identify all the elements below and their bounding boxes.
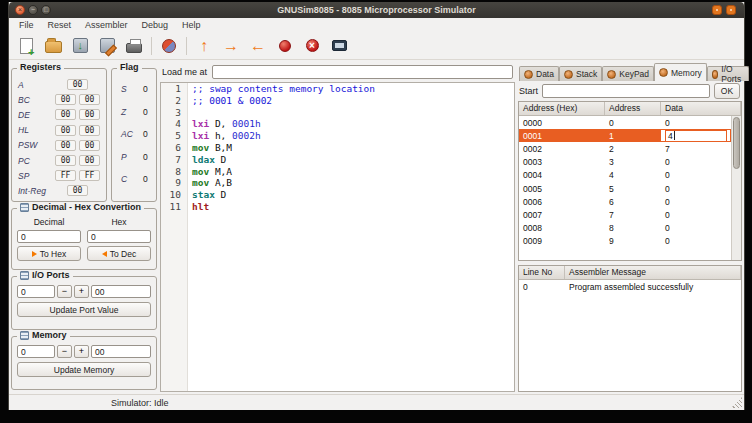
header-line-no[interactable]: Line No (519, 266, 565, 279)
register-value[interactable]: 00 (67, 79, 88, 90)
update-port-value-button[interactable]: Update Port Value (17, 302, 151, 317)
memory-data-edit-input[interactable]: 4 (665, 130, 727, 142)
memory-row[interactable]: 000114 (519, 129, 731, 142)
tab-stack[interactable]: Stack (559, 66, 602, 81)
window-title: GNUSim8085 - 8085 Microprocessor Simulat… (9, 5, 744, 15)
memory-row[interactable]: 000990 (519, 235, 731, 248)
memory-row[interactable]: 000770 (519, 208, 731, 221)
memory-table-scrollbar-thumb[interactable] (733, 117, 740, 169)
decimal-input[interactable]: 0 (17, 230, 81, 243)
i-o-ports-tab-icon (712, 70, 719, 79)
register-value[interactable]: FF (55, 170, 76, 181)
print-button[interactable] (121, 34, 147, 58)
register-value[interactable]: 00 (55, 155, 76, 166)
memory-increment-button[interactable]: + (74, 345, 89, 358)
register-value[interactable]: 00 (55, 94, 76, 105)
step-forward-button[interactable] (218, 34, 244, 58)
port-address-input[interactable]: 0 (17, 285, 55, 298)
toggle-breakpoint-button[interactable] (272, 34, 298, 58)
menu-item-help[interactable]: Help (175, 19, 208, 31)
tray-icon-1[interactable] (712, 5, 722, 15)
port-value-input[interactable]: 00 (91, 285, 151, 298)
run-button[interactable] (191, 34, 217, 58)
register-value[interactable]: 00 (79, 125, 100, 136)
menu-item-assembler[interactable]: Assembler (78, 19, 135, 31)
header-data[interactable]: Data (661, 102, 741, 115)
window-maximize-button[interactable]: □ (41, 5, 51, 15)
hex-input[interactable]: 0 (87, 230, 151, 243)
register-value[interactable]: 00 (55, 109, 76, 120)
register-value[interactable]: 00 (79, 155, 100, 166)
code-editor[interactable]: 1;; swap contents memory location2;; 000… (160, 82, 515, 392)
port-increment-button[interactable]: + (74, 285, 89, 298)
show-keypad-button[interactable] (326, 34, 352, 58)
assemble-button[interactable] (156, 34, 182, 58)
new-file-button[interactable] (13, 34, 39, 58)
tab-data[interactable]: Data (519, 66, 559, 81)
menu-item-reset[interactable]: Reset (41, 19, 79, 31)
tab-keypad[interactable]: KeyPad (602, 66, 654, 81)
assembler-message-row[interactable]: 0Program assembled successfully (519, 280, 741, 293)
code-text: ;; 0001 & 0002 (187, 95, 272, 107)
open-file-button[interactable] (40, 34, 66, 58)
menu-item-debug[interactable]: Debug (135, 19, 176, 31)
code-segment: mov (192, 166, 209, 177)
header-assembler-message[interactable]: Assembler Message (565, 266, 741, 279)
register-value[interactable]: 00 (79, 140, 100, 151)
memory-row[interactable]: 000330 (519, 156, 731, 169)
code-segment: B,M (209, 142, 232, 153)
memory-value-input[interactable]: 00 (91, 345, 151, 358)
memory-row[interactable]: 000880 (519, 222, 731, 235)
memory-row[interactable]: 000550 (519, 182, 731, 195)
port-decrement-button[interactable]: − (57, 285, 72, 298)
header-address[interactable]: Address (605, 102, 661, 115)
memory-table-scrollbar[interactable] (731, 116, 741, 260)
header-address-hex[interactable]: Address (Hex) (519, 102, 605, 115)
save-as-button[interactable] (94, 34, 120, 58)
memory-decrement-button[interactable]: − (57, 345, 72, 358)
memory-tab-icon (659, 68, 668, 77)
window-minimize-button[interactable]: − (28, 5, 38, 15)
update-memory-button[interactable]: Update Memory (17, 362, 151, 377)
editor-panel: Load me at 1;; swap contents memory loca… (160, 62, 515, 392)
register-name: PSW (16, 140, 53, 150)
start-address-input[interactable] (542, 84, 710, 98)
memory-cell-address: 3 (605, 156, 661, 169)
memory-address-input[interactable]: 0 (17, 345, 55, 358)
clear-breakpoints-button[interactable] (299, 34, 325, 58)
register-value[interactable]: 00 (79, 94, 100, 105)
to-hex-button[interactable]: To Hex (17, 246, 81, 261)
code-segment: mov (192, 142, 209, 153)
save-file-button[interactable] (67, 34, 93, 58)
step-back-button[interactable] (245, 34, 271, 58)
register-value[interactable]: 00 (55, 125, 76, 136)
memory-row[interactable]: 000660 (519, 195, 731, 208)
register-value[interactable]: 00 (67, 185, 88, 196)
register-row: PC0000 (16, 153, 102, 168)
memory-tool-frame: Memory 0 − + 00 Update Memory (11, 336, 157, 390)
menu-item-file[interactable]: File (12, 19, 41, 31)
register-value[interactable]: 00 (79, 109, 100, 120)
resize-grip[interactable] (731, 397, 742, 408)
to-dec-button[interactable]: To Dec (87, 246, 151, 261)
memory-row[interactable]: 000000 (519, 116, 731, 129)
tray-icon-2[interactable] (726, 5, 736, 15)
registers-frame: Registers A00BC0000DE0000HL0000PSW0000PC… (11, 68, 107, 202)
load-me-at-input[interactable] (212, 65, 513, 79)
register-values: 0000 (53, 140, 102, 151)
memory-row[interactable]: 000440 (519, 169, 731, 182)
message-line-no: 0 (519, 280, 565, 293)
titlebar: × − □ GNUSim8085 - 8085 Microprocessor S… (9, 2, 744, 18)
flag-frame-label: Flag (117, 62, 142, 72)
register-value[interactable]: 00 (55, 140, 76, 151)
register-value[interactable]: FF (79, 170, 100, 181)
flag-title: Flag (120, 62, 139, 72)
tab-memory[interactable]: Memory (654, 63, 707, 81)
tab-i-o-ports[interactable]: I/O Ports (707, 66, 749, 81)
memory-cell-hex: 0004 (519, 169, 605, 182)
to-dec-label: To Dec (110, 249, 136, 259)
memory-cell-data: 0 (661, 116, 731, 129)
window-close-button[interactable]: × (15, 5, 25, 15)
ok-button[interactable]: OK (714, 83, 740, 99)
memory-row[interactable]: 000227 (519, 142, 731, 155)
